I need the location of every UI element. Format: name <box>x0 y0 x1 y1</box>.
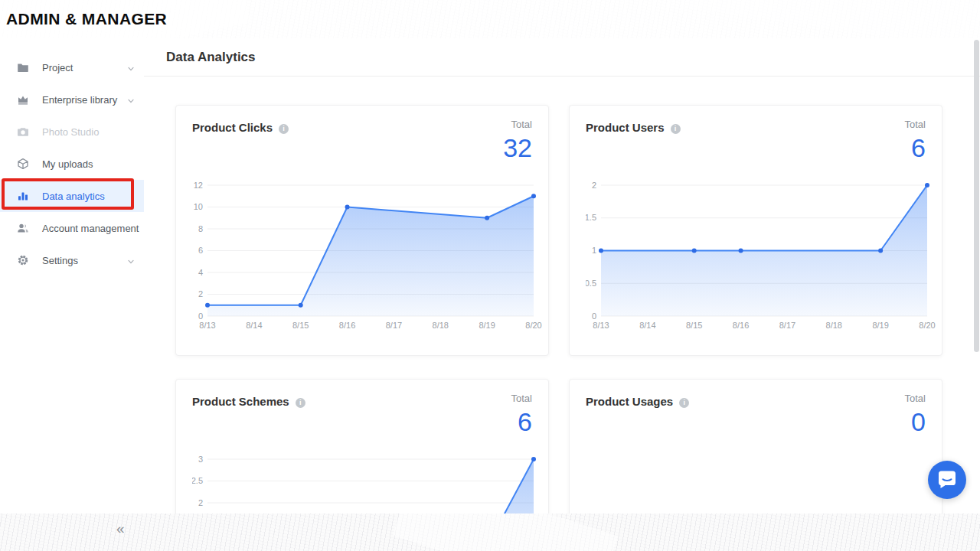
chevron-down-icon <box>127 96 135 107</box>
page-title-bar: Data Analytics <box>144 38 980 77</box>
svg-text:0: 0 <box>592 311 596 321</box>
svg-text:8/20: 8/20 <box>525 321 541 330</box>
sidebar-collapse-button[interactable]: « <box>116 520 125 537</box>
svg-text:2: 2 <box>592 181 596 190</box>
users-icon <box>17 222 29 234</box>
sidebar-item-project[interactable]: Project <box>0 51 144 83</box>
sidebar-item-account-management[interactable]: Account management <box>0 212 144 244</box>
svg-text:8/20: 8/20 <box>919 321 935 330</box>
svg-text:8: 8 <box>198 224 203 233</box>
info-icon[interactable]: i <box>679 398 689 408</box>
sidebar: Project Enterprise library Photo Studio <box>0 38 144 514</box>
sidebar-item-label: Photo Studio <box>42 126 99 138</box>
svg-text:8/13: 8/13 <box>593 321 609 330</box>
chart-card-product-clicks: Product Clicksi Total 32 1210864208/138/… <box>175 105 549 356</box>
bar-chart-icon <box>17 190 29 202</box>
svg-text:8/15: 8/15 <box>686 321 702 330</box>
svg-text:2.5: 2.5 <box>192 476 203 485</box>
svg-text:8/16: 8/16 <box>733 321 749 330</box>
chart-card-product-users: Product Usersi Total 6 21.510.508/138/14… <box>569 105 942 356</box>
info-icon[interactable]: i <box>671 124 681 134</box>
svg-text:4: 4 <box>198 268 203 277</box>
app-window: ADMIN & MANAGER Project Enterprise libra… <box>0 0 980 514</box>
svg-text:1.5: 1.5 <box>586 213 596 222</box>
svg-text:3: 3 <box>198 455 203 464</box>
svg-text:12: 12 <box>194 181 203 190</box>
area-chart-product-usages[interactable] <box>586 452 938 514</box>
folder-icon <box>17 61 29 73</box>
total-block: Total 32 <box>503 119 532 163</box>
sidebar-item-label: Data analytics <box>42 191 105 202</box>
chevron-down-icon <box>127 64 135 75</box>
sidebar-item-photo-studio: Photo Studio <box>0 116 144 148</box>
svg-text:8/18: 8/18 <box>433 321 449 330</box>
area-chart-product-clicks[interactable]: 1210864208/138/148/158/168/178/188/198/2… <box>192 178 544 334</box>
svg-text:8/17: 8/17 <box>779 321 795 330</box>
total-value: 6 <box>905 133 926 163</box>
svg-text:8/13: 8/13 <box>199 321 215 330</box>
sidebar-item-label: Account management <box>42 223 139 234</box>
app-logo: ADMIN & MANAGER <box>0 10 167 28</box>
svg-text:8/16: 8/16 <box>339 321 355 330</box>
svg-text:0.5: 0.5 <box>586 279 596 288</box>
area-chart-product-schemes[interactable]: 32.521.510.508/138/148/158/168/178/188/1… <box>192 452 544 514</box>
sidebar-item-label: Enterprise library <box>42 94 117 106</box>
chart-title: Product Users <box>586 121 665 134</box>
cube-icon <box>17 158 29 170</box>
sidebar-item-label: Settings <box>42 255 78 266</box>
top-header: ADMIN & MANAGER <box>0 0 980 38</box>
total-value: 0 <box>905 407 926 437</box>
chart-card-product-usages: Product Usagesi Total 0 <box>569 379 942 514</box>
svg-text:8/19: 8/19 <box>479 321 495 330</box>
svg-text:2: 2 <box>198 498 203 507</box>
camera-icon <box>17 126 29 138</box>
info-icon[interactable]: i <box>279 124 289 134</box>
svg-text:8/14: 8/14 <box>246 321 262 330</box>
chart-title: Product Clicks <box>192 121 273 134</box>
svg-text:8/17: 8/17 <box>386 321 402 330</box>
total-value: 32 <box>503 133 532 163</box>
sidebar-item-enterprise-library[interactable]: Enterprise library <box>0 83 144 116</box>
info-icon[interactable]: i <box>296 398 305 408</box>
sidebar-item-settings[interactable]: Settings <box>0 244 144 276</box>
chart-title: Product Schemes <box>192 395 289 408</box>
svg-text:0: 0 <box>198 311 203 321</box>
main-content: Data Analytics Product Clicksi Total 32 … <box>144 38 980 514</box>
svg-text:6: 6 <box>198 246 203 255</box>
total-block: Total 6 <box>511 393 532 437</box>
svg-text:8/19: 8/19 <box>872 321 888 330</box>
gear-icon <box>17 254 29 266</box>
chart-card-product-schemes: Product Schemesi Total 6 32.521.510.508/… <box>175 379 549 514</box>
total-label: Total <box>905 393 926 404</box>
chat-bubble-smile-icon <box>928 461 966 499</box>
chat-widget-button[interactable] <box>928 461 966 499</box>
svg-text:8/14: 8/14 <box>639 321 655 330</box>
total-label: Total <box>511 393 532 404</box>
area-chart-product-users[interactable]: 21.510.508/138/148/158/168/178/188/198/2… <box>586 178 938 334</box>
svg-text:10: 10 <box>194 202 203 211</box>
chart-title: Product Usages <box>586 395 673 408</box>
svg-text:8/15: 8/15 <box>292 321 309 330</box>
chevron-down-icon <box>127 256 135 268</box>
total-block: Total 6 <box>905 119 926 163</box>
sidebar-item-label: Project <box>42 62 73 73</box>
sidebar-item-data-analytics[interactable]: Data analytics <box>0 180 144 212</box>
sidebar-item-my-uploads[interactable]: My uploads <box>0 148 144 180</box>
svg-text:1: 1 <box>592 246 596 255</box>
total-block: Total 0 <box>905 393 926 437</box>
svg-text:2: 2 <box>198 289 203 298</box>
svg-text:8/18: 8/18 <box>826 321 842 330</box>
crown-icon <box>17 93 29 106</box>
total-label: Total <box>905 119 926 130</box>
total-label: Total <box>503 119 532 130</box>
sidebar-item-label: My uploads <box>42 158 93 170</box>
scrollbar-thumb[interactable] <box>974 40 979 352</box>
total-value: 6 <box>511 407 532 437</box>
page-title: Data Analytics <box>166 50 256 65</box>
chart-card-grid: Product Clicksi Total 32 1210864208/138/… <box>144 77 980 514</box>
